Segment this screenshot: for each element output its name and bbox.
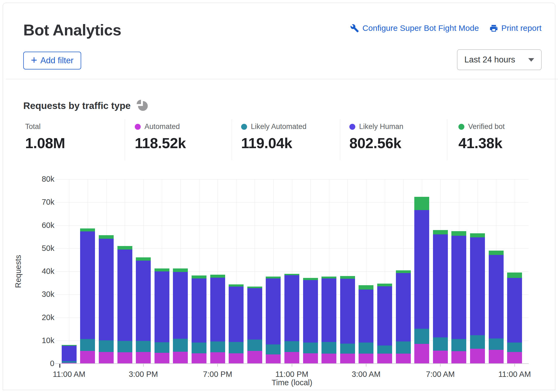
bar-segment-verified-bot[interactable] [507, 273, 522, 278]
bar-segment-likely-automated[interactable] [136, 341, 151, 352]
bar-segment-verified-bot[interactable] [173, 268, 188, 272]
bar-segment-verified-bot[interactable] [340, 276, 355, 279]
bar-segment-likely-human[interactable] [117, 250, 132, 341]
bar-segment-verified-bot[interactable] [136, 257, 151, 261]
bar-segment-likely-automated[interactable] [414, 329, 429, 344]
bar-segment-likely-human[interactable] [507, 278, 522, 343]
bar-segment-verified-bot[interactable] [210, 275, 225, 278]
bar-segment-automated[interactable] [210, 352, 225, 364]
bar-segment-automated[interactable] [192, 353, 206, 364]
bar-segment-likely-automated[interactable] [489, 338, 504, 350]
bar-segment-automated[interactable] [284, 352, 299, 364]
bar-segment-verified-bot[interactable] [62, 345, 77, 346]
bar-segment-verified-bot[interactable] [192, 275, 206, 278]
bar-segment-likely-human[interactable] [377, 286, 392, 345]
bar-segment-automated[interactable] [173, 352, 188, 364]
bar-segment-likely-human[interactable] [396, 273, 411, 341]
bar-segment-automated[interactable] [396, 354, 411, 364]
bar-segment-verified-bot[interactable] [247, 287, 262, 288]
bar-segment-likely-human[interactable] [192, 278, 206, 343]
bar-segment-likely-automated[interactable] [451, 339, 466, 351]
bar-segment-automated[interactable] [489, 350, 504, 364]
bar-segment-automated[interactable] [433, 351, 448, 364]
bar-segment-likely-human[interactable] [414, 210, 429, 329]
bar-segment-likely-human[interactable] [229, 287, 244, 342]
bar-segment-likely-human[interactable] [433, 234, 448, 337]
bar-segment-verified-bot[interactable] [321, 277, 336, 278]
bar-segment-verified-bot[interactable] [80, 228, 95, 231]
bar-segment-verified-bot[interactable] [117, 246, 132, 250]
bar-segment-automated[interactable] [62, 363, 77, 364]
bar-segment-likely-human[interactable] [340, 279, 355, 344]
bar-segment-verified-bot[interactable] [359, 285, 373, 290]
bar-segment-automated[interactable] [303, 353, 318, 364]
bar-segment-likely-automated[interactable] [284, 341, 299, 352]
bar-segment-likely-human[interactable] [284, 275, 299, 341]
bar-segment-likely-automated[interactable] [377, 346, 392, 354]
add-filter-button[interactable]: + Add filter [23, 52, 81, 69]
bar-segment-verified-bot[interactable] [489, 251, 504, 255]
stat-likely-human[interactable]: Likely Human 802.56k [349, 122, 403, 151]
bar-segment-automated[interactable] [451, 351, 466, 364]
bar-segment-likely-human[interactable] [99, 239, 114, 340]
bar-segment-likely-automated[interactable] [507, 343, 522, 352]
bar-segment-automated[interactable] [155, 353, 169, 364]
bar-segment-likely-human[interactable] [451, 236, 466, 339]
bar-segment-verified-bot[interactable] [155, 268, 169, 271]
stat-verified-bot[interactable]: Verified bot 41.38k [458, 122, 505, 151]
bar-segment-likely-automated[interactable] [62, 361, 77, 363]
stat-likely-automated[interactable]: Likely Automated 119.04k [241, 122, 307, 151]
bar-segment-likely-human[interactable] [489, 255, 504, 338]
bar-segment-verified-bot[interactable] [266, 277, 281, 279]
bar-segment-likely-human[interactable] [173, 272, 188, 339]
bar-segment-likely-automated[interactable] [229, 342, 244, 353]
bar-segment-likely-human[interactable] [210, 278, 225, 341]
bar-segment-likely-human[interactable] [136, 261, 151, 341]
bar-segment-verified-bot[interactable] [284, 274, 299, 275]
bar-segment-verified-bot[interactable] [377, 284, 392, 286]
bar-segment-verified-bot[interactable] [396, 270, 411, 273]
bar-segment-likely-automated[interactable] [359, 343, 373, 353]
time-range-select[interactable]: Last 24 hours [457, 49, 541, 70]
bar-segment-automated[interactable] [340, 354, 355, 364]
bar-segment-likely-automated[interactable] [340, 344, 355, 354]
bar-segment-likely-automated[interactable] [173, 339, 188, 352]
bar-segment-likely-automated[interactable] [396, 341, 411, 354]
bar-segment-automated[interactable] [321, 354, 336, 364]
bar-segment-automated[interactable] [136, 352, 151, 364]
bar-segment-likely-automated[interactable] [117, 341, 132, 353]
bar-segment-verified-bot[interactable] [451, 231, 466, 236]
bar-segment-automated[interactable] [99, 352, 114, 364]
bar-segment-verified-bot[interactable] [99, 235, 114, 239]
print-report-link[interactable]: Print report [489, 24, 541, 33]
bar-segment-likely-automated[interactable] [433, 337, 448, 351]
bar-segment-likely-human[interactable] [321, 278, 336, 342]
bar-segment-automated[interactable] [266, 354, 281, 364]
bar-segment-automated[interactable] [80, 351, 95, 364]
bar-segment-automated[interactable] [377, 354, 392, 364]
bar-segment-likely-automated[interactable] [303, 343, 318, 353]
bar-segment-likely-automated[interactable] [192, 343, 206, 353]
bar-segment-likely-automated[interactable] [266, 344, 281, 354]
bar-segment-likely-human[interactable] [80, 231, 95, 339]
bar-segment-automated[interactable] [359, 354, 373, 364]
configure-super-bot-fight-mode-link[interactable]: Configure Super Bot Fight Mode [350, 24, 479, 33]
bar-segment-automated[interactable] [507, 352, 522, 364]
bar-segment-likely-human[interactable] [303, 280, 318, 343]
bar-segment-likely-human[interactable] [247, 288, 262, 339]
bar-segment-likely-automated[interactable] [247, 340, 262, 351]
bar-segment-likely-human[interactable] [155, 271, 169, 342]
bar-segment-likely-human[interactable] [266, 278, 281, 344]
bar-segment-automated[interactable] [229, 353, 244, 364]
bar-segment-automated[interactable] [117, 352, 132, 364]
bar-segment-likely-human[interactable] [62, 346, 77, 361]
bar-segment-automated[interactable] [414, 344, 429, 364]
bar-segment-verified-bot[interactable] [414, 197, 429, 210]
bar-segment-automated[interactable] [470, 349, 485, 364]
bar-segment-verified-bot[interactable] [303, 278, 318, 280]
bar-segment-likely-automated[interactable] [470, 335, 485, 349]
bar-segment-likely-automated[interactable] [321, 342, 336, 354]
bar-segment-likely-automated[interactable] [80, 339, 95, 351]
bar-segment-likely-human[interactable] [470, 237, 485, 335]
bar-segment-automated[interactable] [247, 351, 262, 364]
